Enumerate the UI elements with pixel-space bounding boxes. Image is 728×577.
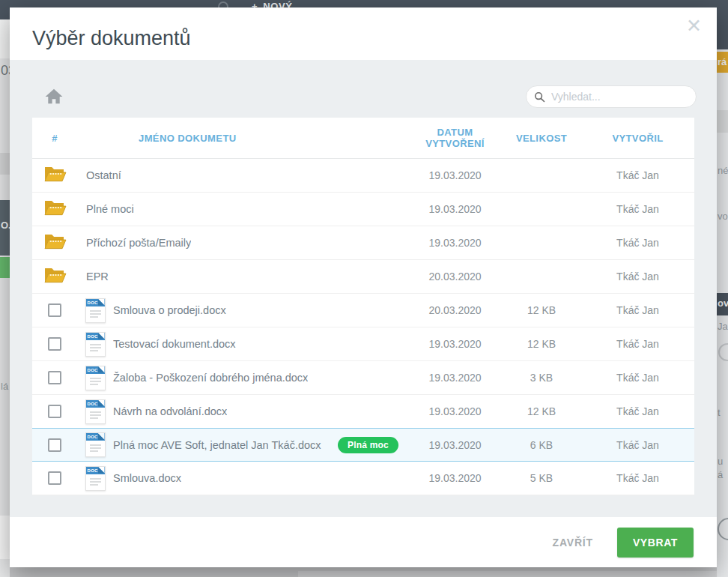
row-checkbox[interactable] bbox=[48, 337, 61, 351]
doc-file-icon: DOC bbox=[85, 332, 106, 357]
tag-badge: Plná moc bbox=[338, 437, 398, 453]
created-cell: 19.03.2020 bbox=[408, 338, 502, 350]
background-bottom-strip bbox=[0, 567, 728, 577]
creator-cell: Tkáč Jan bbox=[581, 405, 694, 417]
column-header-created: DATUM VYTVOŘENÍ bbox=[408, 127, 502, 149]
table-row[interactable]: DOCSmlouva o prodeji.docx20.03.202012 KB… bbox=[32, 294, 694, 327]
column-header-size: VELIKOST bbox=[502, 133, 581, 144]
table-row[interactable]: DOCPlná moc AVE Soft, jednatel Jan Tkáč.… bbox=[32, 428, 694, 462]
created-cell: 20.03.2020 bbox=[408, 304, 502, 316]
size-cell: 3 KB bbox=[502, 372, 581, 384]
doc-file-icon: DOC bbox=[85, 399, 106, 424]
created-cell: 19.03.2020 bbox=[408, 405, 502, 417]
created-cell: 19.03.2020 bbox=[408, 372, 502, 384]
created-cell: 19.03.2020 bbox=[408, 472, 502, 484]
background-text-fragment: ov bbox=[718, 297, 728, 309]
dialog-footer: ZAVŘÍT VYBRAT bbox=[10, 517, 717, 567]
doc-file-icon: DOC bbox=[85, 298, 106, 323]
background-text-fragment: t bbox=[718, 407, 721, 418]
background-text-fragment: O. bbox=[1, 220, 10, 231]
folder-icon bbox=[43, 266, 67, 288]
size-cell: 5 KB bbox=[502, 472, 581, 484]
name-cell: Žaloba - Poškození dobrého jména.docx bbox=[113, 372, 408, 384]
folder-icon bbox=[43, 199, 67, 220]
table-body: Ostatní19.03.2020Tkáč JanPlné moci19.03.… bbox=[32, 159, 694, 495]
size-cell: 12 KB bbox=[502, 338, 581, 350]
name-cell: Plná moc AVE Soft, jednatel Jan Tkáč.doc… bbox=[113, 437, 408, 453]
background-text-fragment: né bbox=[718, 165, 728, 176]
creator-cell: Tkáč Jan bbox=[581, 472, 694, 484]
document-name: Ostatní bbox=[86, 169, 121, 181]
dialog-header: Výběr dokumentů ✕ bbox=[10, 7, 717, 60]
search-input[interactable] bbox=[551, 91, 688, 103]
table-row[interactable]: EPR20.03.2020Tkáč Jan bbox=[32, 260, 694, 294]
document-name: Příchozí pošta/Emaily bbox=[86, 237, 191, 249]
document-name: Návrh na odvolání.docx bbox=[113, 405, 227, 417]
column-header-creator: VYTVOŘIL bbox=[581, 133, 694, 144]
creator-cell: Tkáč Jan bbox=[581, 169, 694, 181]
name-cell: Plné moci bbox=[77, 203, 408, 215]
table-row[interactable]: DOCŽaloba - Poškození dobrého jména.docx… bbox=[32, 361, 694, 395]
background-right-strip: ránévoovJatuá bbox=[717, 0, 728, 577]
row-checkbox[interactable] bbox=[48, 371, 61, 384]
home-icon[interactable] bbox=[44, 87, 64, 106]
search-icon bbox=[534, 91, 545, 103]
background-text-fragment: Ja bbox=[718, 321, 728, 332]
table-row[interactable]: DOCNávrh na odvolání.docx19.03.202012 KB… bbox=[32, 395, 694, 429]
creator-cell: Tkáč Jan bbox=[581, 338, 694, 350]
row-checkbox[interactable] bbox=[48, 471, 61, 485]
created-cell: 19.03.2020 bbox=[408, 439, 502, 451]
created-cell: 19.03.2020 bbox=[408, 169, 502, 181]
background-left-strip: 03O.lá bbox=[0, 0, 10, 577]
table-row[interactable]: DOCTestovací dokument.docx19.03.202012 K… bbox=[32, 327, 694, 361]
background-text-fragment: 03 bbox=[1, 63, 10, 79]
doc-file-icon: DOC bbox=[85, 366, 106, 390]
table-row[interactable]: Plné moci19.03.2020Tkáč Jan bbox=[32, 193, 694, 226]
name-cell: Příchozí pošta/Emaily bbox=[77, 237, 408, 249]
creator-cell: Tkáč Jan bbox=[581, 271, 694, 283]
row-checkbox[interactable] bbox=[48, 438, 61, 452]
name-cell: Návrh na odvolání.docx bbox=[113, 405, 408, 417]
dialog-body: # JMÉNO DOKUMETU DATUM VYTVOŘENÍ VELIKOS… bbox=[10, 60, 717, 517]
creator-cell: Tkáč Jan bbox=[581, 372, 694, 384]
created-cell: 20.03.2020 bbox=[408, 271, 502, 283]
background-text-fragment: rá bbox=[718, 56, 727, 67]
size-cell: 12 KB bbox=[502, 304, 581, 316]
name-cell: Smlouva.docx bbox=[113, 472, 408, 484]
cancel-button[interactable]: ZAVŘÍT bbox=[553, 537, 593, 549]
created-cell: 19.03.2020 bbox=[408, 203, 502, 215]
search-box bbox=[526, 85, 697, 108]
table-row[interactable]: Příchozí pošta/Emaily19.03.2020Tkáč Jan bbox=[32, 226, 694, 260]
document-name: Testovací dokument.docx bbox=[113, 338, 236, 350]
column-header-name: JMÉNO DOKUMETU bbox=[113, 133, 408, 144]
documents-table: # JMÉNO DOKUMETU DATUM VYTVOŘENÍ VELIKOS… bbox=[32, 118, 694, 495]
size-cell: 6 KB bbox=[502, 439, 581, 451]
folder-icon bbox=[43, 165, 67, 187]
created-cell: 19.03.2020 bbox=[408, 237, 502, 249]
doc-file-icon: DOC bbox=[85, 466, 106, 491]
creator-cell: Tkáč Jan bbox=[581, 203, 694, 215]
table-row[interactable]: Ostatní19.03.2020Tkáč Jan bbox=[32, 159, 694, 193]
size-cell: 12 KB bbox=[502, 405, 581, 417]
row-checkbox[interactable] bbox=[48, 405, 61, 418]
table-header: # JMÉNO DOKUMETU DATUM VYTVOŘENÍ VELIKOS… bbox=[32, 118, 694, 159]
background-text-fragment: vo bbox=[718, 211, 728, 222]
background-text-fragment: u bbox=[718, 456, 723, 467]
document-name: Smlouva o prodeji.docx bbox=[113, 304, 226, 316]
document-name: Žaloba - Poškození dobrého jména.docx bbox=[113, 372, 308, 384]
dialog-title: Výběr dokumentů bbox=[32, 27, 191, 50]
document-picker-dialog: Výběr dokumentů ✕ # JMÉNO DOKUMETU DATUM… bbox=[10, 7, 717, 567]
column-header-index: # bbox=[32, 133, 77, 144]
creator-cell: Tkáč Jan bbox=[581, 304, 694, 316]
table-row[interactable]: DOCSmlouva.docx19.03.20205 KBTkáč Jan bbox=[32, 462, 694, 495]
select-button[interactable]: VYBRAT bbox=[617, 528, 694, 558]
row-checkbox[interactable] bbox=[48, 303, 61, 317]
close-icon[interactable]: ✕ bbox=[686, 16, 702, 35]
background-text-fragment: á bbox=[718, 469, 723, 480]
name-cell: Ostatní bbox=[77, 169, 408, 181]
creator-cell: Tkáč Jan bbox=[581, 439, 694, 451]
document-name: Plné moci bbox=[86, 203, 134, 215]
name-cell: Testovací dokument.docx bbox=[113, 338, 408, 350]
background-circle-icon bbox=[718, 518, 728, 540]
background-text-fragment: lá bbox=[1, 381, 8, 392]
